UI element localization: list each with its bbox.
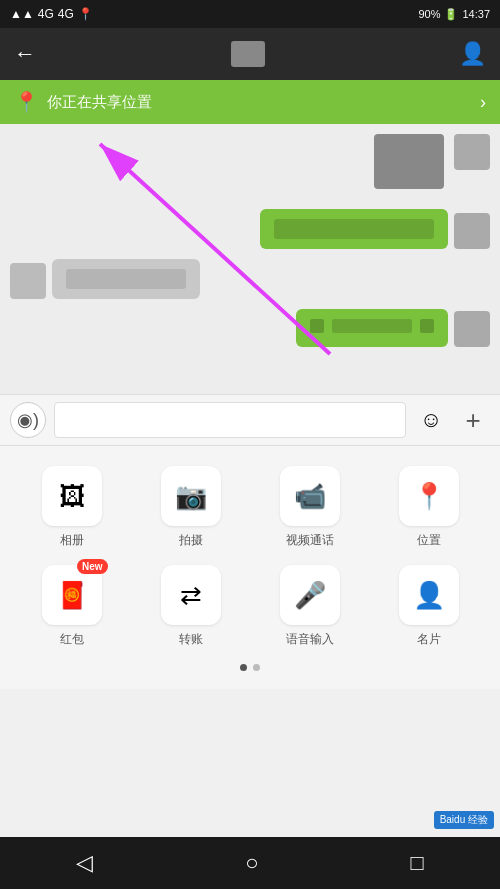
transfer-icon: ⇄ — [180, 580, 202, 611]
bottom-nav: ◁ ○ □ — [0, 837, 500, 889]
voice-input-icon-box: 🎤 — [280, 565, 340, 625]
media-item-card[interactable]: 👤 名片 — [377, 565, 480, 648]
location-label: 位置 — [417, 532, 441, 549]
emoji-button[interactable]: ☺ — [414, 403, 448, 437]
message-input[interactable] — [54, 402, 406, 438]
media-item-redpack[interactable]: 🧧 New 红包 — [20, 565, 123, 648]
redpack-label: 红包 — [60, 631, 84, 648]
album-label: 相册 — [60, 532, 84, 549]
video-label: 视频通话 — [286, 532, 334, 549]
network-label2: 4G — [58, 7, 74, 21]
status-left: ▲▲ 4G 4G 📍 — [10, 7, 93, 21]
menu-nav-button[interactable]: □ — [411, 850, 424, 876]
location-forward-arrow: › — [480, 92, 486, 113]
voice-input-icon: 🎤 — [294, 580, 326, 611]
chat-image-message — [374, 134, 444, 189]
input-bar: ◉) ☺ + — [0, 394, 500, 446]
card-label: 名片 — [417, 631, 441, 648]
location-left: 📍 你正在共享位置 — [14, 90, 152, 114]
nav-title-area — [231, 41, 265, 67]
battery-label: 90% — [418, 8, 440, 20]
page-dots — [20, 664, 480, 671]
media-item-location[interactable]: 📍 位置 — [377, 466, 480, 549]
msg-content-blurred-1 — [274, 219, 434, 239]
location-media-icon: 📍 — [413, 481, 445, 512]
status-right: 90% 🔋 14:37 — [418, 8, 490, 21]
chat-avatar-right-1 — [454, 213, 490, 249]
media-item-transfer[interactable]: ⇄ 转账 — [139, 565, 242, 648]
dot-2 — [253, 664, 260, 671]
video-icon: 📹 — [294, 481, 326, 512]
baidu-watermark: Baidu 经验 — [434, 811, 494, 829]
location-banner[interactable]: 📍 你正在共享位置 › — [0, 80, 500, 124]
camera-label: 拍摄 — [179, 532, 203, 549]
nav-bar: ← 👤 — [0, 28, 500, 80]
emoji-icon: ☺ — [420, 407, 442, 433]
media-item-album[interactable]: 🖼 相册 — [20, 466, 123, 549]
location-icon-box: 📍 — [399, 466, 459, 526]
album-icon-box: 🖼 — [42, 466, 102, 526]
plus-icon: + — [465, 405, 480, 436]
home-nav-button[interactable]: ○ — [245, 850, 258, 876]
chat-bubble-right-2 — [296, 309, 448, 347]
card-icon: 👤 — [413, 580, 445, 611]
chat-area — [0, 124, 500, 394]
location-text: 你正在共享位置 — [47, 93, 152, 112]
location-pin-icon: 📍 — [14, 90, 39, 114]
plus-button[interactable]: + — [456, 403, 490, 437]
video-icon-box: 📹 — [280, 466, 340, 526]
camera-icon: 📷 — [175, 481, 207, 512]
signal-icon: ▲▲ — [10, 7, 34, 21]
redpack-icon-box: 🧧 New — [42, 565, 102, 625]
chat-avatar-right-2 — [454, 311, 490, 347]
contact-avatar — [231, 41, 265, 67]
media-panel: 🖼 相册 📷 拍摄 📹 视频通话 📍 位置 🧧 New — [0, 446, 500, 689]
chat-bubble-right-1 — [260, 209, 448, 249]
voice-icon: ◉) — [17, 409, 39, 431]
chat-message-row-3 — [10, 309, 490, 347]
new-badge: New — [77, 559, 108, 574]
dot-1 — [240, 664, 247, 671]
media-item-camera[interactable]: 📷 拍摄 — [139, 466, 242, 549]
msg-content-blurred-2 — [66, 269, 186, 289]
network-label: 4G — [38, 7, 54, 21]
media-grid: 🖼 相册 📷 拍摄 📹 视频通话 📍 位置 🧧 New — [20, 466, 480, 648]
chat-message-row-1 — [10, 209, 490, 249]
back-button[interactable]: ← — [14, 41, 36, 67]
media-item-voice-input[interactable]: 🎤 语音输入 — [258, 565, 361, 648]
chat-avatar-left-1 — [10, 263, 46, 299]
status-bar: ▲▲ 4G 4G 📍 90% 🔋 14:37 — [0, 0, 500, 28]
media-item-video[interactable]: 📹 视频通话 — [258, 466, 361, 549]
profile-button[interactable]: 👤 — [459, 41, 486, 67]
transfer-icon-box: ⇄ — [161, 565, 221, 625]
back-nav-button[interactable]: ◁ — [76, 850, 93, 876]
chat-bubble-left-1 — [52, 259, 200, 299]
time-label: 14:37 — [462, 8, 490, 20]
card-icon-box: 👤 — [399, 565, 459, 625]
redpack-icon: 🧧 — [56, 580, 88, 611]
voice-button[interactable]: ◉) — [10, 402, 46, 438]
location-icon: 📍 — [78, 7, 93, 21]
battery-icon: 🔋 — [444, 8, 458, 21]
voice-input-label: 语音输入 — [286, 631, 334, 648]
chat-avatar-right-top — [454, 134, 490, 170]
transfer-label: 转账 — [179, 631, 203, 648]
camera-icon-box: 📷 — [161, 466, 221, 526]
chat-message-row-2 — [10, 259, 490, 299]
album-icon: 🖼 — [59, 481, 85, 512]
